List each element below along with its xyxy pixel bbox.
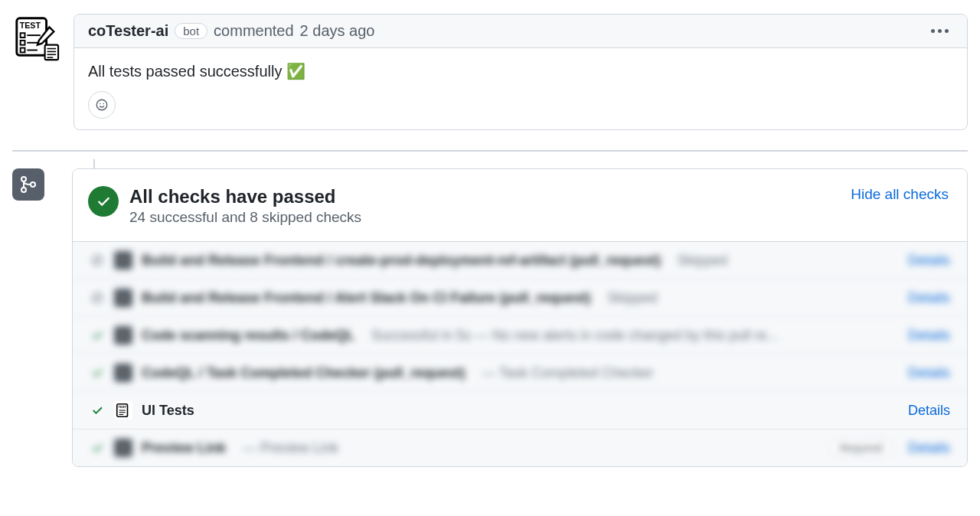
check-name: Build and Release Frontend / create-prod… (142, 253, 661, 269)
svg-point-14 (96, 100, 107, 110)
comment-more-button[interactable] (926, 24, 953, 38)
git-merge-icon (19, 175, 38, 194)
check-row: TESTUI TestsDetails (73, 392, 967, 429)
check-details-link[interactable]: Details (908, 253, 950, 269)
svg-text:TEST: TEST (119, 405, 127, 409)
hide-all-checks-link[interactable]: Hide all checks (851, 186, 949, 203)
svg-point-38 (121, 446, 125, 449)
check-name: Build and Release Frontend / Alert Slack… (142, 290, 590, 306)
cotester-avatar: TEST (114, 401, 132, 420)
check-meta: Skipped (599, 290, 657, 306)
comment-timestamp[interactable]: 2 days ago (300, 22, 375, 40)
smiley-icon (95, 98, 109, 112)
check-row: Build and Release Frontend / create-prod… (73, 242, 967, 279)
comment-header: coTester-ai bot commented 2 days ago (74, 15, 967, 48)
svg-text:TEST: TEST (20, 21, 41, 30)
svg-point-18 (21, 188, 26, 192)
success-icon (90, 328, 105, 343)
success-icon (90, 440, 105, 456)
svg-point-16 (103, 103, 105, 105)
check-meta: Successful in 5s — No new alerts in code… (364, 328, 778, 344)
svg-line-21 (94, 257, 100, 263)
check-meta: — Task Completed Checker (474, 365, 653, 381)
check-details-link[interactable]: Details (908, 290, 950, 306)
github-actions-avatar (114, 289, 132, 307)
check-meta: — Preview Link (235, 440, 338, 456)
github-actions-avatar (114, 364, 132, 382)
svg-line-25 (94, 295, 100, 301)
check-name: Preview Link (142, 440, 226, 456)
check-row: CodeQL / Task Completed Checker (pull_re… (73, 354, 967, 392)
section-divider (12, 150, 968, 152)
svg-point-31 (121, 371, 125, 374)
required-badge: Required (831, 439, 891, 456)
check-details-link[interactable]: Details (908, 440, 950, 456)
check-row: Build and Release Frontend / Alert Slack… (73, 279, 967, 317)
merge-icon-badge (12, 168, 44, 201)
check-name: UI Tests (142, 403, 194, 419)
bot-badge: bot (175, 23, 207, 39)
check-row: Code scanning results / CodeQL Successfu… (73, 317, 967, 354)
github-actions-avatar (114, 251, 132, 269)
commented-label: commented (214, 22, 294, 40)
svg-point-29 (121, 333, 125, 337)
checks-status-icon (88, 186, 119, 217)
check-icon (95, 193, 112, 210)
svg-point-27 (121, 296, 125, 299)
svg-point-15 (100, 103, 101, 105)
github-actions-avatar (114, 439, 132, 457)
success-icon (90, 403, 105, 418)
add-reaction-button[interactable] (88, 91, 116, 119)
checks-subtitle: 24 successful and 8 skipped checks (129, 209, 851, 226)
check-row: Preview Link — Preview LinkRequiredDetai… (73, 429, 967, 466)
comment-box: coTester-ai bot commented 2 days ago All… (74, 14, 968, 130)
svg-point-19 (31, 182, 35, 187)
check-details-link[interactable]: Details (908, 328, 950, 344)
svg-point-17 (21, 177, 26, 181)
github-actions-avatar (114, 326, 132, 345)
commenter-avatar[interactable]: TEST (12, 14, 60, 61)
check-details-link[interactable]: Details (908, 365, 950, 381)
skipped-icon (90, 253, 105, 268)
comment-body: All tests passed successfully ✅ (74, 48, 967, 91)
check-name: Code scanning results / CodeQL (142, 328, 354, 344)
success-icon (90, 365, 105, 380)
check-details-link[interactable]: Details (908, 403, 950, 419)
skipped-icon (90, 290, 105, 305)
svg-point-23 (121, 258, 125, 262)
commenter-name[interactable]: coTester-ai (88, 22, 168, 40)
checks-list: Build and Release Frontend / create-prod… (73, 241, 967, 466)
checks-box: All checks have passed 24 successful and… (72, 168, 968, 467)
check-name: CodeQL / Task Completed Checker (pull_re… (142, 365, 465, 381)
checks-title: All checks have passed (129, 186, 851, 207)
check-meta: Skipped (670, 253, 727, 269)
